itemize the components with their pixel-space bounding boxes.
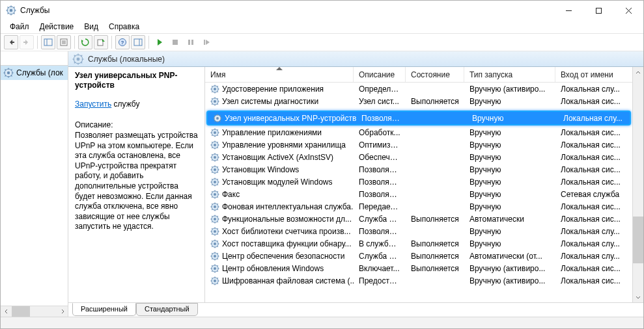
- detail-pane: Узел универсальных PNP-устройств Запусти…: [68, 67, 205, 302]
- cell-startup: Вручную: [464, 128, 555, 137]
- start-service-suffix: службу: [111, 99, 139, 109]
- toolbar: ?: [1, 33, 643, 51]
- vertical-scrollbar[interactable]: [632, 67, 643, 302]
- gear-icon: [210, 227, 219, 236]
- cell-startup: Вручную: [464, 165, 555, 174]
- col-startup[interactable]: Тип запуска: [464, 67, 555, 82]
- cell-name: Управление приложениями: [222, 128, 322, 137]
- table-row[interactable]: Хост поставщика функции обнару...В служб…: [205, 237, 632, 250]
- svg-rect-29: [191, 40, 193, 45]
- scroll-right-icon[interactable]: [57, 306, 68, 317]
- svg-rect-14: [12, 42, 14, 43]
- menu-help[interactable]: Справка: [104, 21, 145, 33]
- scroll-down-icon[interactable]: [633, 291, 643, 302]
- menu-file[interactable]: Файл: [5, 21, 35, 33]
- gear-icon: [210, 128, 219, 137]
- cell-startup: Вручную: [464, 227, 555, 236]
- col-name[interactable]: Имя: [205, 67, 354, 82]
- cell-name: Функциональные возможности дл...: [222, 215, 352, 224]
- cell-desc: Позволяет...: [354, 178, 406, 187]
- col-state[interactable]: Состояние: [406, 67, 464, 82]
- gear-icon: [210, 215, 219, 224]
- tab-extended[interactable]: Расширенный: [72, 303, 136, 316]
- table-row[interactable]: Управление уровнями хранилищаОптимизи...…: [205, 138, 632, 151]
- export-button[interactable]: [94, 35, 108, 49]
- service-list[interactable]: Удостоверение приложенияОпределя...Вручн…: [205, 83, 632, 302]
- cell-state: Выполняется: [406, 264, 464, 273]
- start-service-link[interactable]: Запустить: [75, 99, 111, 109]
- tab-standard[interactable]: Стандартный: [136, 303, 198, 316]
- gear-icon: [72, 53, 84, 65]
- menu-view[interactable]: Вид: [79, 21, 104, 33]
- table-row[interactable]: Фоновая интеллектуальная служба...Переда…: [205, 200, 632, 213]
- show-hide-tree-button[interactable]: [41, 35, 55, 49]
- start-service-button[interactable]: [152, 35, 167, 49]
- action-pane-button[interactable]: [131, 35, 145, 49]
- window-title: Службы: [20, 6, 553, 15]
- svg-rect-30: [204, 40, 205, 45]
- titlebar[interactable]: Службы: [1, 1, 643, 20]
- menu-action[interactable]: Действие: [35, 21, 79, 33]
- cell-state: Выполняется: [406, 215, 464, 224]
- properties-button[interactable]: [57, 35, 71, 49]
- table-row[interactable]: Узел универсальных PNP-устройствПозволяе…: [206, 111, 631, 125]
- table-row[interactable]: Функциональные возможности дл...Служба ф…: [205, 213, 632, 225]
- cell-desc: Предостав...: [354, 276, 406, 285]
- table-row[interactable]: Установщик модулей WindowsПозволяет...Вр…: [205, 176, 632, 188]
- restart-service-button[interactable]: [199, 35, 214, 49]
- pause-service-button[interactable]: [184, 35, 198, 49]
- table-row[interactable]: Шифрованная файловая система (...Предост…: [205, 274, 632, 287]
- pane-header-title: Службы (локальные): [88, 55, 165, 64]
- gear-icon: [213, 114, 222, 123]
- cell-logon: Локальная сис...: [555, 215, 626, 224]
- cell-startup: Вручную: [464, 202, 555, 211]
- forward-button[interactable]: [20, 35, 34, 49]
- stop-service-button[interactable]: [168, 35, 182, 49]
- cell-startup: Вручную (активиро...: [464, 264, 555, 273]
- back-button[interactable]: [4, 35, 18, 49]
- table-row[interactable]: Управление приложениямиОбработк...Вручну…: [205, 126, 632, 138]
- close-button[interactable]: [613, 1, 643, 20]
- cell-name: Шифрованная файловая система (...: [222, 276, 354, 285]
- svg-rect-25: [134, 39, 142, 46]
- cell-name: Управление уровнями хранилища: [222, 140, 346, 150]
- tree-item-services-local[interactable]: Службы (лок: [1, 66, 68, 80]
- maximize-button[interactable]: [583, 1, 613, 20]
- cell-state: Выполняется: [406, 97, 464, 106]
- scroll-up-icon[interactable]: [633, 67, 643, 78]
- table-row[interactable]: Удостоверение приложенияОпределя...Вручн…: [205, 83, 632, 95]
- cell-logon: Локальная сис...: [555, 165, 626, 174]
- table-row[interactable]: Центр обеспечения безопасностиСлужба W..…: [205, 250, 632, 262]
- svg-rect-22: [98, 40, 103, 46]
- col-logon[interactable]: Вход от имени: [555, 67, 626, 82]
- minimize-button[interactable]: [553, 1, 583, 20]
- help-button[interactable]: ?: [115, 35, 130, 49]
- scroll-left-icon[interactable]: [1, 306, 12, 317]
- table-row[interactable]: Хост библиотеки счетчика произв...Позвол…: [205, 225, 632, 237]
- table-row[interactable]: Узел системы диагностикиУзел сист...Выпо…: [205, 95, 632, 107]
- cell-startup: Вручную: [464, 239, 555, 248]
- cell-name: Установщик ActiveX (AxInstSV): [222, 153, 333, 162]
- gear-icon: [210, 276, 219, 285]
- table-row[interactable]: ФаксПозволяет...ВручнуюСетевая служба: [205, 188, 632, 200]
- table-row[interactable]: Установщик ActiveX (AxInstSV)Обеспечи...…: [205, 151, 632, 163]
- cell-logon: Локальная сис...: [555, 97, 626, 106]
- menubar: Файл Действие Вид Справка: [1, 20, 643, 33]
- cell-logon: Локальная сис...: [555, 178, 626, 187]
- pane-header: Службы (локальные): [68, 51, 643, 67]
- refresh-button[interactable]: [78, 35, 92, 49]
- cell-state: Выполняется: [406, 252, 464, 261]
- tree-horizontal-scrollbar[interactable]: [1, 306, 68, 317]
- cell-logon: Локальная сис...: [555, 202, 626, 211]
- svg-rect-16: [44, 39, 52, 46]
- table-row[interactable]: Установщик WindowsПозволяет...ВручнуюЛок…: [205, 163, 632, 176]
- col-description[interactable]: Описание: [354, 67, 406, 82]
- scrollbar-thumb[interactable]: [633, 217, 643, 263]
- cell-logon: Локальная слу...: [558, 114, 628, 123]
- table-row[interactable]: Центр обновления WindowsВключает...Выпол…: [205, 262, 632, 274]
- scrollbar-thumb[interactable]: [12, 306, 30, 317]
- cell-state: Выполняется: [406, 239, 464, 248]
- cell-startup: Вручную: [464, 178, 555, 187]
- svg-rect-15: [23, 42, 25, 43]
- gear-icon: [3, 68, 14, 78]
